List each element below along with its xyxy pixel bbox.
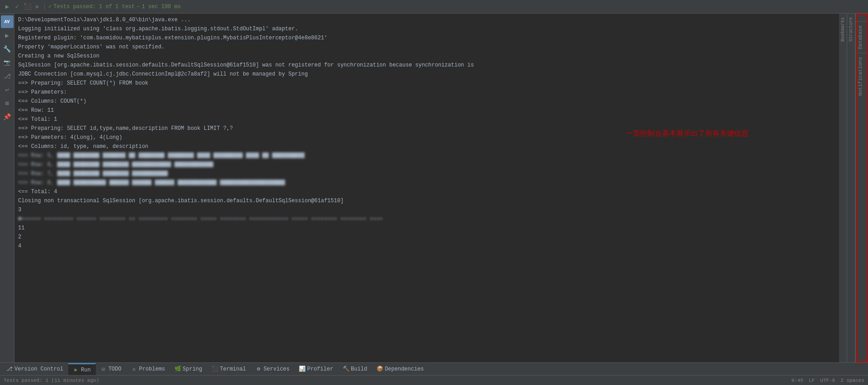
console-line: JDBC Connection [com.mysql.cj.jdbc.Conne… bbox=[18, 70, 835, 79]
status-indent: 2 spaces bbox=[840, 378, 864, 383]
stop-button[interactable]: ⬛ bbox=[24, 3, 31, 10]
tab-spring[interactable]: 🌿 Spring bbox=[170, 363, 207, 375]
wrench-icon[interactable]: 🔧 bbox=[1, 43, 14, 55]
check-button[interactable]: ✓ bbox=[14, 3, 21, 10]
services-icon: ⚙ bbox=[255, 366, 262, 372]
left-sidebar: AV ▶ 🔧 📷 ⎇ ↩ ⊞ 📌 bbox=[0, 14, 14, 362]
dependencies-icon: 📦 bbox=[377, 366, 383, 372]
console-line: 4 bbox=[18, 242, 835, 251]
console-line: <== Row: 7, ████ ████████ ████████ █████… bbox=[18, 169, 835, 178]
tab-profiler[interactable]: 📊 Profiler bbox=[295, 363, 339, 375]
version-control-icon: ⎇ bbox=[6, 366, 13, 372]
console-line: Logging initialized using 'class org.apa… bbox=[18, 24, 835, 33]
console-line: <== Row: 5, ████ ████████ ███████ ██ ███… bbox=[18, 151, 835, 160]
console-line: Creating a new SqlSession bbox=[18, 52, 835, 61]
console-line: ==> Parameters: 4(Long), 4(Long) bbox=[18, 133, 835, 142]
console-line: ==> Preparing: SELECT COUNT(*) FROM book bbox=[18, 79, 835, 88]
status-right: 9:45 LF UTF-8 2 spaces bbox=[792, 378, 864, 383]
console-area: D:\DevelopmentTools\Java\jdk1.8.0_40\bin… bbox=[14, 14, 839, 362]
test-status-text: Tests passed: 1 of 1 test bbox=[53, 4, 135, 10]
bottom-toolbar: ⎇ Version Control ▶ Run ☑ TODO ⚠ Problem… bbox=[0, 362, 868, 375]
spring-icon: 🌿 bbox=[175, 366, 181, 372]
build-icon: 🔨 bbox=[343, 366, 349, 372]
console-content[interactable]: D:\DevelopmentTools\Java\jdk1.8.0_40\bin… bbox=[14, 14, 839, 362]
top-toolbar: ▶ ✓ ⬛ » ✓ Tests passed: 1 of 1 test – 1 … bbox=[0, 0, 868, 14]
terminal-icon: ⬛ bbox=[212, 366, 218, 372]
separator bbox=[44, 3, 45, 10]
console-line: 3 bbox=[18, 205, 835, 214]
branch-icon[interactable]: ⎇ bbox=[1, 70, 14, 82]
tab-dependencies[interactable]: 📦 Dependencies bbox=[372, 363, 429, 375]
tab-todo[interactable]: ☑ TODO bbox=[96, 363, 127, 375]
status-left: Tests passed: 1 (11 minutes ago) bbox=[4, 378, 99, 383]
run-tab-icon: ▶ bbox=[73, 367, 79, 373]
tab-problems[interactable]: ⚠ Problems bbox=[126, 363, 170, 375]
tab-services[interactable]: ⚙ Services bbox=[251, 363, 295, 375]
more-button[interactable]: » bbox=[33, 3, 41, 10]
run-icon[interactable]: ▶ bbox=[1, 29, 14, 42]
console-line: 11 bbox=[18, 223, 835, 233]
test-time: – bbox=[137, 4, 140, 10]
right-panel: 文档碎片层 Database Notifications bbox=[855, 14, 868, 362]
console-line: Closing non transactional SqlSession [or… bbox=[18, 196, 835, 205]
console-line: ==> Preparing: SELECT id,type,name,descr… bbox=[18, 124, 835, 133]
console-line: ==> Parameters: bbox=[18, 88, 835, 97]
right-tab-notifications[interactable]: Notifications bbox=[856, 53, 868, 100]
status-text: Tests passed: 1 (11 minutes ago) bbox=[4, 378, 99, 383]
tab-terminal[interactable]: ⬛ Terminal bbox=[207, 363, 251, 375]
console-line: <== Total: 4 bbox=[18, 187, 835, 196]
signin-icon[interactable]: ↩ bbox=[1, 83, 14, 96]
bookmarks-sidebar: Bookmarks bbox=[839, 14, 847, 362]
console-line: D:\DevelopmentTools\Java\jdk1.8.0_40\bin… bbox=[18, 15, 835, 24]
grid-icon[interactable]: ⊞ bbox=[1, 97, 14, 109]
main-area: AV ▶ 🔧 📷 ⎇ ↩ ⊞ 📌 D:\DevelopmentTools\Jav… bbox=[0, 14, 868, 362]
status-bar: Tests passed: 1 (11 minutes ago) 9:45 LF… bbox=[0, 375, 868, 385]
todo-icon: ☑ bbox=[100, 366, 107, 372]
console-line: <== Row: 8, ████ ██████████ ██████ █████… bbox=[18, 178, 835, 187]
tab-todo-label: TODO bbox=[108, 366, 122, 372]
problems-icon: ⚠ bbox=[131, 366, 137, 372]
pin-icon[interactable]: 📌 bbox=[1, 110, 14, 123]
test-status: ✓ Tests passed: 1 of 1 test – 1 sec 198 … bbox=[48, 3, 181, 10]
camera-icon[interactable]: 📷 bbox=[1, 56, 14, 69]
tab-problems-label: Problems bbox=[139, 366, 165, 372]
profiler-icon: 📊 bbox=[299, 366, 306, 372]
console-line: <== Row: 11 bbox=[18, 106, 835, 115]
right-tab-wendang[interactable]: 文档碎片层 bbox=[856, 14, 868, 21]
console-line: <== Total: 1 bbox=[18, 115, 835, 124]
status-charset: UTF-8 bbox=[820, 378, 835, 383]
tab-version-control[interactable]: ⎇ Version Control bbox=[2, 363, 68, 375]
console-line: <== Columns: COUNT(*) bbox=[18, 97, 835, 106]
tab-version-control-label: Version Control bbox=[14, 366, 63, 372]
tab-run-label: Run bbox=[81, 367, 91, 373]
console-line: <== Columns: id, type, name, description bbox=[18, 142, 835, 151]
tab-build[interactable]: 🔨 Build bbox=[338, 363, 372, 375]
tab-terminal-label: Terminal bbox=[220, 366, 246, 372]
check-icon: ✓ bbox=[48, 3, 52, 10]
console-line: Property 'mapperLocations' was not speci… bbox=[18, 43, 835, 52]
status-time: 9:45 bbox=[792, 378, 803, 383]
tab-spring-label: Spring bbox=[183, 366, 202, 372]
run-button[interactable]: ▶ bbox=[4, 3, 11, 10]
tab-dependencies-label: Dependencies bbox=[385, 366, 424, 372]
console-line: <== Row: 6, ████ ████████ ████████ █████… bbox=[18, 160, 835, 169]
structure-label: Structure bbox=[849, 17, 854, 42]
avatar[interactable]: AV bbox=[1, 15, 14, 28]
console-line: SqlSession [org.apache.ibatis.session.de… bbox=[18, 61, 835, 70]
console-line: 2 bbox=[18, 233, 835, 242]
console-line: ■▪▪▪▪▪▪ ▪▪▪▪▪▪▪▪▪ ▪▪▪▪▪▪ ▪▪▪▪▪▪▪▪ ▪▪ ▪▪▪… bbox=[18, 214, 835, 223]
tab-build-label: Build bbox=[351, 366, 367, 372]
status-lf: LF bbox=[809, 378, 815, 383]
bookmarks-label: Bookmarks bbox=[840, 17, 845, 42]
structure-sidebar: Structure bbox=[847, 14, 855, 362]
tab-profiler-label: Profiler bbox=[307, 366, 334, 372]
console-line: Registered plugin: 'com.baomidou.mybatis… bbox=[18, 33, 835, 43]
tab-services-label: Services bbox=[264, 366, 290, 372]
tab-run[interactable]: ▶ Run bbox=[68, 363, 96, 375]
test-time-value: 1 sec 198 ms bbox=[142, 4, 180, 10]
right-tab-database[interactable]: Database bbox=[856, 21, 868, 53]
